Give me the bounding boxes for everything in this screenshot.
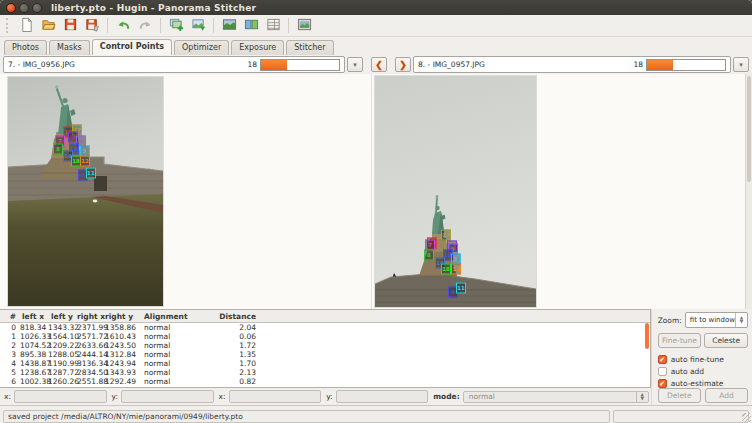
cp-table-row[interactable]: 41438.871190.993136.341243.94normal1.70 [0, 359, 650, 368]
preview-panorama-button[interactable] [219, 16, 239, 35]
tab-photos[interactable]: Photos [4, 40, 47, 55]
control-point-marker[interactable]: 8 [424, 250, 434, 261]
tab-masks[interactable]: Masks [49, 40, 90, 55]
left-photo[interactable]: 16175798133141812411 [8, 77, 163, 306]
checkbox-auto-add[interactable]: auto add [658, 367, 748, 376]
x2-input[interactable] [229, 390, 322, 403]
add-images-button[interactable] [166, 16, 186, 35]
gl-preview-button[interactable] [294, 16, 314, 35]
checkbox-label: auto-estimate [671, 379, 724, 388]
tab-optimizer[interactable]: Optimizer [174, 40, 229, 55]
unchecked-checkbox-icon[interactable] [658, 367, 667, 376]
y1-input[interactable] [121, 390, 214, 403]
cp-table-row[interactable]: 61002.381260.262551.881292.49normal0.82 [0, 377, 650, 386]
toolbar-drag-handle[interactable] [6, 18, 12, 33]
right-photo[interactable]: 16175798133141812411 [375, 76, 536, 307]
control-point-marker[interactable]: 17 [441, 229, 451, 240]
chevron-down-icon: ▾ [353, 61, 357, 69]
mode-select[interactable]: normal ▲▼ [463, 391, 649, 403]
right-image-name: 8. - IMG_0957.JPG [418, 60, 630, 69]
checked-checkbox-icon[interactable]: ✔ [658, 355, 667, 364]
editor-vertical-scrollbar[interactable] [745, 74, 752, 309]
maximize-window-icon[interactable] [32, 3, 42, 13]
prev-image-pair-button[interactable]: ❮ [371, 57, 387, 72]
save-project-as-button[interactable] [82, 16, 102, 35]
close-window-icon[interactable] [6, 3, 16, 13]
control-point-table-button[interactable] [263, 16, 283, 35]
save-floppy-icon [63, 17, 78, 35]
redo-arrow-icon [138, 17, 153, 35]
spinner-icon[interactable]: ▲▼ [735, 313, 747, 327]
checked-checkbox-icon[interactable]: ✔ [658, 379, 667, 388]
delete-button[interactable]: Delete [658, 388, 701, 403]
tab-stitcher[interactable]: Stitcher [286, 40, 333, 55]
new-project-button[interactable] [16, 16, 36, 35]
next-image-pair-button[interactable]: ❯ [395, 57, 411, 72]
cp-table-body: 0818.341343.322371.991358.86normal2.0411… [0, 323, 650, 387]
control-point-marker[interactable]: 11 [86, 167, 96, 178]
right-image-dropdown-button[interactable]: ▾ [733, 57, 749, 72]
left-image-pane[interactable]: 16175798133141812411 [0, 74, 372, 309]
preview-panorama-icon [222, 17, 237, 35]
celeste-button[interactable]: Celeste [704, 333, 748, 348]
column-header[interactable]: Alignment [132, 310, 210, 323]
scrollbar-thumb[interactable] [747, 76, 751, 182]
y2-input[interactable] [336, 390, 429, 403]
cp-table-row[interactable]: 0818.341343.322371.991358.86normal2.04 [0, 323, 650, 333]
redo-button[interactable] [135, 16, 155, 35]
toolbar [0, 15, 752, 37]
control-point-marker[interactable]: 11 [456, 283, 466, 294]
cp-table-row[interactable]: 3895.381288.052444.141312.84normal1.35 [0, 350, 650, 359]
toolbar-separator [107, 18, 108, 33]
right-image-pane[interactable]: 16175798133141812411 [372, 74, 745, 309]
x1-input[interactable] [14, 390, 107, 403]
fine-tune-button[interactable]: Fine-tune [658, 333, 702, 348]
image-selector-row: 7. - IMG_0956.JPG 18 ▾ ❮ ❯ 8. - IMG_0957… [0, 55, 752, 74]
zoom-select[interactable]: fit to window ▲▼ [685, 312, 748, 328]
cp-table-row[interactable]: 21074.521209.222633.661243.50normal1.72 [0, 341, 650, 350]
checkbox-label: auto add [671, 367, 704, 376]
open-project-button[interactable] [38, 16, 58, 35]
cp-table-header-row: #left xleft yright xright yAlignmentDist… [0, 310, 650, 323]
minimize-window-icon[interactable] [19, 3, 29, 13]
tab-exposure[interactable]: Exposure [231, 40, 284, 55]
column-header[interactable]: left x [18, 310, 46, 323]
control-point-table[interactable]: #left xleft yright xright yAlignmentDist… [0, 309, 651, 388]
status-bar: saved project /media/ALTRO/NY/mie/panora… [0, 405, 752, 423]
add-time-series-button[interactable] [188, 16, 208, 35]
column-header[interactable]: Distance [210, 310, 258, 323]
y1-label: y: [112, 392, 118, 401]
column-header[interactable]: right y [103, 310, 132, 323]
control-point-marker[interactable]: 8 [53, 143, 63, 154]
checkbox-auto-estimate[interactable]: ✔auto-estimate [658, 379, 748, 388]
right-image-combo[interactable]: 8. - IMG_0957.JPG 18 [413, 56, 731, 73]
left-image-name: 7. - IMG_0956.JPG [8, 60, 244, 69]
control-point-marker[interactable]: 12 [451, 263, 461, 274]
chevron-right-icon: ❯ [399, 60, 407, 70]
window-title: liberty.pto - Hugin - Panorama Stitcher [51, 3, 256, 13]
column-header[interactable]: # [0, 310, 18, 323]
left-image-cp-progress-fill [261, 60, 287, 70]
table-scrollbar-thumb[interactable] [645, 323, 649, 349]
titlebar[interactable]: liberty.pto - Hugin - Panorama Stitcher [0, 0, 752, 15]
column-header[interactable]: left y [46, 310, 75, 323]
left-image-combo[interactable]: 7. - IMG_0956.JPG 18 [3, 56, 345, 73]
undo-button[interactable] [113, 16, 133, 35]
left-image-dropdown-button[interactable]: ▾ [347, 57, 363, 72]
status-aux-cell [613, 410, 749, 423]
column-header[interactable]: right x [75, 310, 103, 323]
control-point-marker[interactable]: 12 [80, 156, 90, 167]
add-button[interactable]: Add [705, 388, 748, 403]
tab-bar: PhotosMasksControl PointsOptimizerExposu… [0, 37, 752, 55]
cp-table-row[interactable]: 11026.331564.102571.721610.43normal0.06 [0, 332, 650, 341]
tab-control-points[interactable]: Control Points [92, 39, 172, 55]
save-project-button[interactable] [60, 16, 80, 35]
spinner-icon[interactable]: ▲▼ [636, 392, 648, 402]
x2-label: x: [219, 392, 226, 401]
preview-layout-button[interactable] [241, 16, 261, 35]
control-point-marker[interactable]: 18 [441, 263, 451, 274]
checkbox-auto-fine-tune[interactable]: ✔auto fine-tune [658, 355, 748, 364]
cp-table-row[interactable]: 51238.671287.722834.501343.93normal2.13 [0, 368, 650, 377]
resize-grip-icon[interactable] [742, 413, 751, 422]
chevron-down-icon: ▾ [739, 61, 743, 69]
